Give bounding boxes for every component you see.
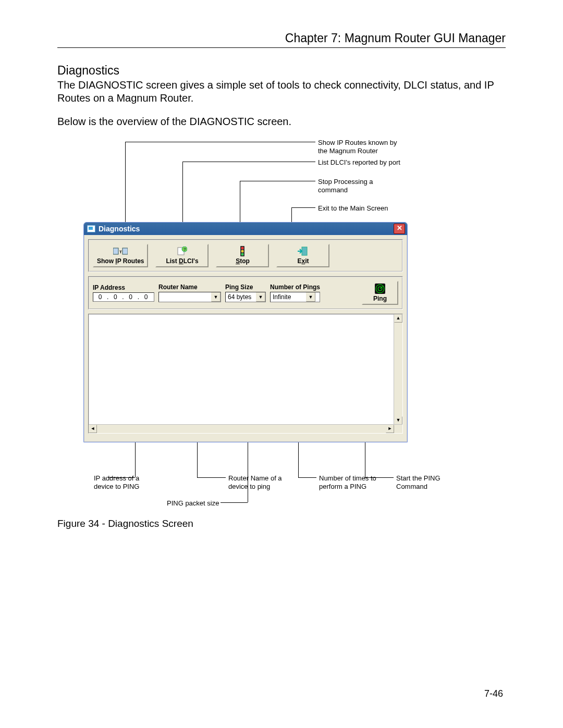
titlebar[interactable]: Diagnostics ✕ — [84, 223, 407, 235]
horizontal-scrollbar[interactable]: ◄ ► — [89, 424, 402, 433]
overview-line: Below is the overview of the DIAGNOSTIC … — [57, 115, 506, 128]
close-button[interactable]: ✕ — [394, 224, 405, 234]
number-of-pings-combo[interactable]: Infinite ▼ — [270, 292, 320, 302]
radar-icon — [367, 283, 393, 294]
chevron-down-icon: ▼ — [256, 292, 265, 302]
ping-size-label: Ping Size — [225, 283, 266, 291]
annot-router-name: Router Name of a device to ping — [228, 474, 291, 490]
btn-label: Show IP Routes — [97, 257, 144, 265]
figure-diagnostics: Show IP Routes known by the Magnum Route… — [83, 139, 480, 514]
btn-label: Ping — [373, 295, 387, 302]
scroll-right-icon[interactable]: ► — [386, 425, 394, 433]
figure-caption: Figure 34 - Diagnostics Screen — [57, 518, 506, 529]
annot-num-pings: Number of times to perform a PING — [319, 474, 382, 490]
svg-point-7 — [241, 247, 244, 250]
annot-stop: Stop Processing a command — [318, 178, 401, 194]
annot-ping-start: Start the PING Command — [396, 474, 459, 490]
close-icon: ✕ — [397, 224, 402, 232]
output-textarea[interactable]: ▲ ▼ ◄ ► — [88, 314, 403, 434]
svg-text:?: ? — [183, 247, 186, 252]
chevron-down-icon: ▼ — [306, 292, 315, 302]
show-ip-routes-icon: T — [97, 246, 144, 256]
fields-panel: IP Address 0. 0. 0. 0 Router Name ▼ — [88, 276, 403, 310]
stop-button[interactable]: Stop — [216, 244, 269, 267]
divider — [57, 47, 506, 48]
diagnostics-window: Diagnostics ✕ T Show IP Routes — [83, 222, 408, 442]
traffic-light-icon — [220, 246, 265, 256]
btn-label: List DLCI's — [166, 257, 198, 265]
page-number: 7-46 — [484, 688, 503, 699]
chapter-title: Chapter 7: Magnum Router GUI Manager — [57, 31, 506, 45]
svg-text:T: T — [119, 250, 122, 254]
annot-show-ip-routes: Show IP Routes known by the Magnum Route… — [318, 139, 401, 155]
annot-ip-address: IP address of a device to PING — [94, 474, 156, 490]
annot-ping-size: PING packet size — [167, 499, 224, 508]
svg-rect-1 — [123, 248, 128, 254]
section-title: Diagnostics — [57, 64, 506, 78]
app-icon — [87, 225, 95, 232]
svg-point-8 — [241, 250, 244, 253]
btn-label: Exit — [297, 257, 309, 265]
scroll-left-icon[interactable]: ◄ — [89, 425, 97, 433]
exit-door-icon — [280, 246, 325, 256]
ping-button[interactable]: Ping — [362, 281, 398, 305]
ip-address-input[interactable]: 0. 0. 0. 0 — [93, 292, 154, 302]
chevron-down-icon: ▼ — [211, 292, 221, 302]
svg-point-9 — [241, 253, 244, 256]
router-name-label: Router Name — [158, 283, 221, 291]
toolbar-panel: T Show IP Routes ? List DLCI's — [88, 239, 403, 272]
btn-label: Stop — [236, 257, 250, 265]
ping-size-combo[interactable]: 64 bytes ▼ — [225, 292, 266, 302]
svg-rect-10 — [302, 247, 307, 255]
number-of-pings-label: Number of Pings — [270, 283, 320, 291]
ip-address-label: IP Address — [93, 284, 154, 291]
scroll-down-icon[interactable]: ▼ — [394, 416, 402, 425]
list-dlcis-icon: ? — [160, 246, 204, 256]
list-dlcis-button[interactable]: ? List DLCI's — [155, 244, 209, 267]
router-name-combo[interactable]: ▼ — [158, 292, 221, 302]
exit-button[interactable]: Exit — [276, 244, 329, 267]
scroll-up-icon[interactable]: ▲ — [394, 314, 402, 323]
window-title: Diagnostics — [99, 225, 140, 233]
show-ip-routes-button[interactable]: T Show IP Routes — [93, 244, 148, 267]
svg-rect-0 — [113, 248, 118, 254]
vertical-scrollbar[interactable]: ▲ ▼ — [394, 314, 402, 425]
intro-paragraph: The DIAGNOSTIC screen gives a simple set… — [57, 79, 506, 105]
annot-exit: Exit to the Main Screen — [318, 204, 401, 213]
annot-list-dlcis: List DLCI's reported by port — [318, 158, 401, 167]
